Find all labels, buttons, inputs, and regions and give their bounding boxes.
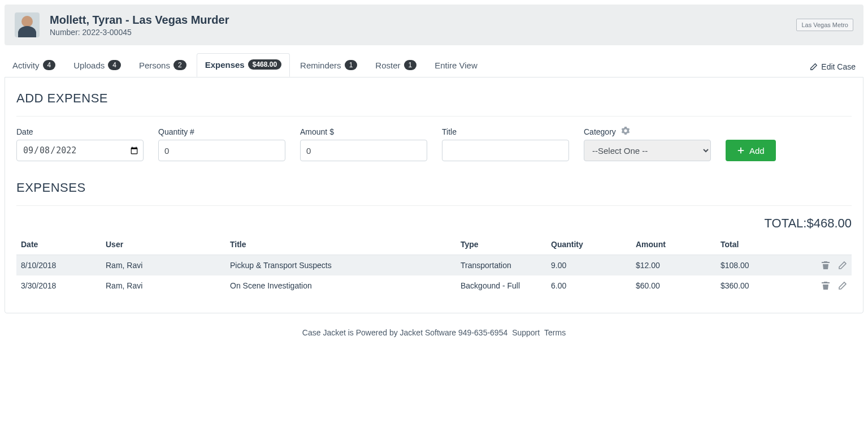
- expenses-total: TOTAL:$468.00: [16, 216, 852, 231]
- tab-uploads-count: 4: [108, 60, 121, 70]
- amount-input[interactable]: [300, 140, 427, 161]
- edit-row-icon[interactable]: [838, 261, 847, 270]
- row-actions: [805, 261, 847, 270]
- field-amount: Amount $: [300, 127, 427, 161]
- cell-qty: 9.00: [546, 255, 631, 276]
- tab-persons-count: 2: [173, 60, 186, 70]
- edit-icon: [810, 63, 818, 71]
- case-avatar: [15, 12, 40, 37]
- cell-type: Backgound - Full: [456, 275, 546, 296]
- tab-roster[interactable]: Roster 1: [367, 54, 424, 77]
- footer-support-link[interactable]: Support: [512, 328, 540, 337]
- category-settings-icon[interactable]: [622, 127, 630, 135]
- divider-2: [16, 205, 852, 206]
- expenses-total-value: $468.00: [806, 216, 852, 230]
- col-actions: [801, 234, 852, 255]
- tab-bar: Activity 4 Uploads 4 Persons 2 Expenses …: [5, 53, 863, 77]
- add-button-label: Add: [749, 146, 765, 156]
- gear-icon: [622, 127, 630, 135]
- table-row: 8/10/2018 Ram, Ravi Pickup & Transport S…: [16, 255, 852, 276]
- divider: [16, 116, 852, 117]
- col-qty: Quantity: [546, 234, 631, 255]
- tab-persons-label: Persons: [139, 61, 170, 70]
- col-date: Date: [16, 234, 101, 255]
- col-type: Type: [456, 234, 546, 255]
- cell-amt: $60.00: [631, 275, 716, 296]
- case-header-left: Mollett, Tyran - Las Vegas Murder Number…: [15, 12, 229, 37]
- field-quantity: Quantity #: [158, 127, 285, 161]
- field-date: Date: [16, 127, 144, 161]
- category-label: Category: [584, 127, 711, 136]
- tab-entire-view[interactable]: Entire View: [427, 55, 485, 77]
- case-title: Mollett, Tyran - Las Vegas Murder: [50, 14, 229, 27]
- case-header-text: Mollett, Tyran - Las Vegas Murder Number…: [50, 14, 229, 37]
- tab-uploads[interactable]: Uploads 4: [66, 54, 129, 77]
- tab-activity[interactable]: Activity 4: [5, 54, 63, 77]
- case-number-value: 2022-3-00045: [83, 28, 132, 37]
- tab-expenses[interactable]: Expenses $468.00: [197, 53, 290, 77]
- row-actions: [805, 281, 847, 290]
- cell-title: Pickup & Transport Suspects: [225, 255, 456, 276]
- col-user: User: [101, 234, 225, 255]
- cell-qty: 6.00: [546, 275, 631, 296]
- trash-icon[interactable]: [821, 281, 830, 290]
- tab-uploads-label: Uploads: [73, 61, 105, 70]
- tab-entire-view-label: Entire View: [435, 61, 478, 70]
- cell-date: 8/10/2018: [16, 255, 101, 276]
- footer: Case Jacket is Powered by Jacket Softwar…: [0, 318, 868, 360]
- edit-row-icon[interactable]: [838, 281, 847, 290]
- quantity-input[interactable]: [158, 140, 285, 161]
- tab-reminders-count: 1: [345, 60, 358, 70]
- field-category: Category --Select One --: [584, 127, 711, 161]
- footer-text: Case Jacket is Powered by Jacket Softwar…: [302, 328, 507, 337]
- tab-activity-count: 4: [43, 60, 56, 70]
- tab-persons[interactable]: Persons 2: [131, 54, 194, 77]
- add-button[interactable]: Add: [726, 140, 776, 161]
- col-amt: Amount: [631, 234, 716, 255]
- case-header: Mollett, Tyran - Las Vegas Murder Number…: [5, 5, 863, 45]
- tab-reminders-label: Reminders: [300, 61, 341, 70]
- tab-roster-count: 1: [404, 60, 417, 70]
- tab-roster-label: Roster: [375, 61, 400, 70]
- expenses-table: Date User Title Type Quantity Amount Tot…: [16, 234, 852, 296]
- tab-expenses-badge: $468.00: [248, 59, 281, 70]
- add-expense-heading: ADD EXPENSE: [16, 91, 852, 106]
- expenses-panel: ADD EXPENSE Date Quantity # Amount $ Tit…: [5, 77, 863, 313]
- cell-date: 3/30/2018: [16, 275, 101, 296]
- edit-case-button[interactable]: Edit Case: [802, 57, 863, 77]
- org-badge: Las Vegas Metro: [796, 19, 853, 31]
- expenses-header-row: Date User Title Type Quantity Amount Tot…: [16, 234, 852, 255]
- date-input[interactable]: [16, 140, 144, 161]
- table-row: 3/30/2018 Ram, Ravi On Scene Investigati…: [16, 275, 852, 296]
- date-label: Date: [16, 127, 144, 136]
- expenses-total-label: TOTAL:: [764, 216, 806, 230]
- tab-expenses-label: Expenses: [205, 60, 245, 70]
- col-total: Total: [716, 234, 801, 255]
- footer-terms-link[interactable]: Terms: [544, 328, 566, 337]
- trash-icon[interactable]: [821, 261, 830, 270]
- quantity-label: Quantity #: [158, 127, 285, 136]
- title-label: Title: [442, 127, 569, 136]
- tab-activity-label: Activity: [12, 61, 40, 70]
- cell-type: Transportation: [456, 255, 546, 276]
- cell-user: Ram, Ravi: [101, 275, 225, 296]
- cell-user: Ram, Ravi: [101, 255, 225, 276]
- add-expense-form: Date Quantity # Amount $ Title Category …: [16, 127, 852, 161]
- cell-title: On Scene Investigation: [225, 275, 456, 296]
- plus-icon: [737, 147, 745, 154]
- edit-case-label: Edit Case: [821, 62, 856, 71]
- cell-total: $108.00: [716, 255, 801, 276]
- case-number-label: Number:: [50, 28, 80, 37]
- field-title: Title: [442, 127, 569, 161]
- cell-amt: $12.00: [631, 255, 716, 276]
- title-input[interactable]: [442, 140, 569, 161]
- amount-label: Amount $: [300, 127, 427, 136]
- category-select[interactable]: --Select One --: [584, 140, 711, 161]
- case-number: Number: 2022-3-00045: [50, 28, 229, 37]
- col-title: Title: [225, 234, 456, 255]
- tab-reminders[interactable]: Reminders 1: [292, 54, 365, 77]
- category-label-text: Category: [584, 127, 616, 136]
- cell-total: $360.00: [716, 275, 801, 296]
- expenses-heading: EXPENSES: [16, 180, 852, 195]
